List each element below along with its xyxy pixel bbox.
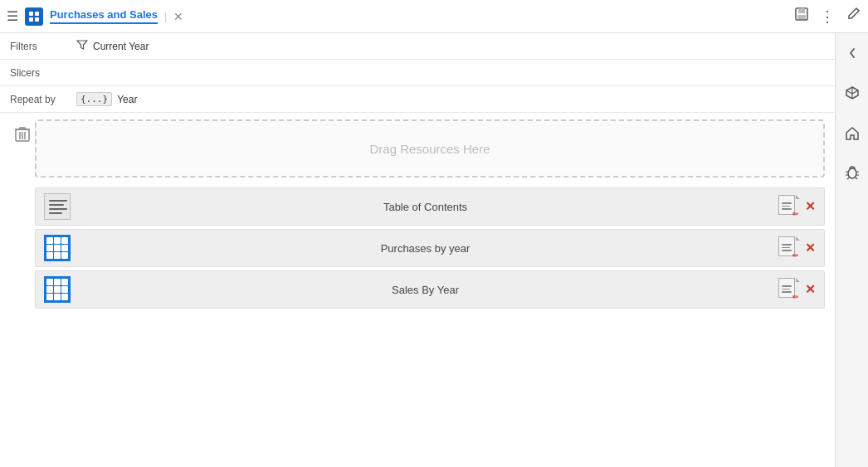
toc-remove-button[interactable]: ✕ [803, 199, 817, 214]
trash-area [10, 119, 35, 309]
filter-icon [76, 39, 88, 53]
sales-label: Sales By Year [80, 284, 770, 296]
bug-icon-button[interactable] [839, 159, 866, 186]
trash-icon[interactable] [15, 126, 30, 146]
table-row: Purchases by year [35, 229, 825, 267]
top-bar-right: ⋮ [793, 6, 861, 27]
home-icon-button[interactable] [839, 119, 866, 146]
code-badge: {...} [76, 92, 112, 106]
top-bar-left: ☰ Purchases and Sales | ✕ [7, 7, 787, 26]
table-row: Sales By Year [35, 270, 825, 309]
more-options-button[interactable]: ⋮ [820, 7, 835, 26]
panel-content: Drag Resources Here [35, 119, 825, 309]
app-icon [25, 7, 43, 26]
top-bar: ☰ Purchases and Sales | ✕ ⋮ [0, 0, 868, 33]
sales-remove-button[interactable]: ✕ [803, 282, 817, 297]
edit-button[interactable] [845, 6, 861, 27]
repeatby-label: Repeat by [10, 94, 76, 105]
toc-label: Table of Contents [80, 201, 770, 213]
grid-icon [42, 233, 72, 263]
svg-rect-6 [797, 15, 806, 19]
panel-wrapper: Drag Resources Here [0, 113, 835, 315]
sales-actions: ✏ ✕ [778, 278, 817, 301]
svg-rect-1 [35, 12, 39, 16]
collapse-panel-button[interactable] [839, 40, 866, 66]
repeatby-value[interactable]: {...} Year [76, 92, 137, 106]
repeatby-row: Repeat by {...} Year [0, 86, 835, 113]
cube-icon-button[interactable] [839, 80, 866, 106]
hamburger-icon[interactable]: ☰ [7, 8, 18, 24]
purchases-edit-button[interactable]: ✏ [778, 236, 800, 260]
slicers-label: Slicers [10, 67, 76, 79]
resource-list: Table of Contents [35, 187, 825, 309]
svg-rect-5 [798, 8, 805, 13]
table-row: Table of Contents [35, 187, 825, 226]
right-sidebar [835, 33, 868, 467]
filters-label: Filters [10, 41, 76, 52]
svg-rect-2 [29, 17, 33, 22]
toc-actions: ✏ ✕ [778, 195, 817, 218]
filters-row: Filters Current Year [0, 33, 835, 60]
save-button[interactable] [793, 6, 810, 27]
purchases-label: Purchases by year [80, 242, 770, 255]
purchases-remove-button[interactable]: ✕ [803, 241, 817, 255]
drop-zone[interactable]: Drag Resources Here [35, 119, 825, 178]
purchases-actions: ✏ ✕ [778, 236, 817, 260]
svg-point-12 [848, 168, 856, 178]
svg-rect-0 [29, 12, 33, 16]
svg-rect-3 [35, 17, 39, 22]
tab-title[interactable]: Purchases and Sales [50, 8, 158, 24]
repeatby-year: Year [117, 94, 137, 105]
close-tab-icon[interactable]: ✕ [173, 10, 183, 23]
slicers-row: Slicers [0, 60, 835, 86]
filters-current-year: Current Year [93, 41, 149, 52]
content-area: Filters Current Year Slicers Repeat by {… [0, 33, 835, 467]
tab-separator: | [164, 10, 167, 22]
toc-icon [42, 192, 72, 221]
main-layout: Filters Current Year Slicers Repeat by {… [0, 33, 868, 467]
drop-zone-label: Drag Resources Here [369, 142, 490, 156]
grid-icon-sales [42, 275, 72, 304]
sales-edit-button[interactable]: ✏ [778, 278, 800, 301]
toc-edit-button[interactable]: ✏ [778, 195, 800, 218]
filters-value[interactable]: Current Year [76, 39, 149, 53]
